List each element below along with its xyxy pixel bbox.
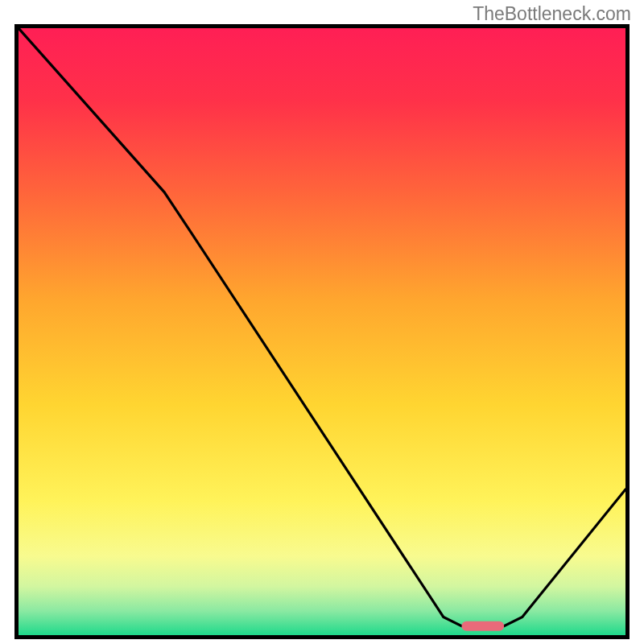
chart-svg: [19, 28, 625, 635]
chart-frame: [14, 24, 630, 639]
watermark-text: TheBottleneck.com: [473, 3, 631, 25]
gradient-background: [19, 28, 625, 635]
chart-stage: TheBottleneck.com: [0, 0, 644, 644]
optimal-marker: [461, 621, 504, 631]
